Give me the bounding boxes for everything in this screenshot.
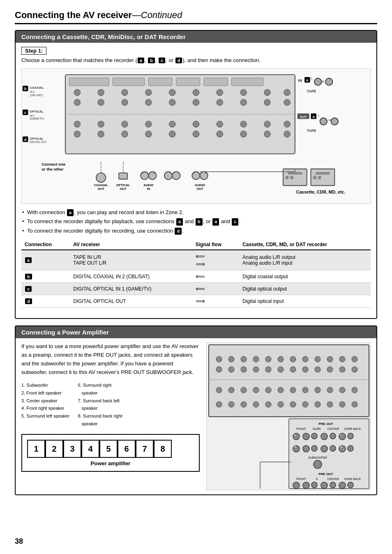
main-title: Connecting the AV receiver—Continued (15, 10, 377, 24)
svg-point-126 (339, 356, 345, 362)
flow-d: ⟹ (192, 295, 239, 307)
power-text-col: If you want to use a more powerful power… (21, 342, 200, 472)
speaker-item: 3. Center speaker (21, 397, 69, 405)
svg-point-8 (74, 89, 80, 95)
svg-point-16 (264, 89, 270, 95)
speaker-item: 4. Front right speaker (21, 404, 69, 412)
svg-point-148 (315, 387, 321, 393)
svg-point-13 (193, 89, 199, 95)
svg-point-23 (193, 99, 199, 105)
svg-rect-4 (148, 78, 172, 85)
svg-point-81 (96, 173, 106, 182)
svg-point-11 (145, 89, 152, 95)
svg-point-146 (290, 387, 296, 393)
svg-text:IN 2: IN 2 (30, 90, 35, 93)
svg-point-160 (315, 402, 321, 407)
svg-point-172 (303, 433, 309, 440)
svg-point-156 (265, 402, 271, 407)
svg-text:OUT: OUT (98, 187, 105, 191)
svg-text:b: b (24, 86, 27, 91)
svg-point-32 (169, 121, 175, 127)
svg-point-9 (98, 89, 104, 95)
svg-rect-175 (330, 433, 336, 439)
section1-header: Connecting a Cassette, CDR, MiniDisc, or… (16, 31, 376, 43)
svg-point-21 (145, 99, 152, 105)
table-row: a TAPE IN L/RTAPE OUT L/R ⟸⟹ Analog audi… (21, 250, 371, 270)
svg-rect-178 (348, 433, 353, 439)
svg-point-150 (339, 387, 345, 393)
svg-point-157 (278, 402, 284, 407)
svg-rect-182 (311, 446, 317, 451)
svg-point-142 (241, 387, 247, 393)
conn-badge-a: a (21, 250, 70, 270)
badge-d-b3: d (175, 228, 182, 235)
svg-rect-7 (232, 78, 263, 85)
svg-rect-102 (288, 172, 302, 175)
svg-text:R: R (205, 171, 207, 175)
svg-point-151 (352, 387, 357, 393)
svg-point-123 (302, 356, 308, 362)
power-section: If you want to use a more powerful power… (21, 342, 371, 490)
svg-point-17 (284, 89, 290, 95)
svg-text:R: R (294, 446, 296, 448)
svg-text:CENTER: CENTER (327, 427, 339, 430)
svg-point-20 (122, 99, 128, 105)
svg-rect-5 (176, 78, 200, 85)
svg-point-200 (339, 482, 346, 489)
flow-c: ⟸ (192, 283, 239, 295)
svg-point-127 (352, 356, 357, 362)
svg-point-117 (228, 356, 234, 362)
svg-rect-84 (119, 173, 127, 179)
svg-point-131 (253, 367, 259, 372)
speaker-item: 1. Subwoofer (21, 381, 69, 389)
svg-point-132 (265, 367, 271, 372)
amp-num-2: 2 (45, 440, 63, 458)
step-desc-pre: Choose a connection that matches the rec… (21, 57, 137, 63)
section2-header: Connecting a Power Amplifier (16, 326, 376, 338)
svg-point-75 (320, 118, 327, 125)
svg-point-141 (228, 387, 234, 393)
svg-text:IN: IN (147, 187, 150, 191)
svg-point-143 (253, 387, 259, 393)
svg-text:FRONT: FRONT (296, 427, 307, 430)
svg-point-25 (240, 99, 247, 105)
svg-point-137 (327, 367, 333, 372)
badge-c-step: c (159, 58, 165, 63)
svg-text:or the other: or the other (42, 167, 64, 171)
table-row: b DIGITAL COAXIAL IN 2 (CBL/SAT) ⟸ Digit… (21, 270, 371, 283)
svg-text:TAPE: TAPE (307, 129, 316, 133)
speaker-item: speaker (78, 420, 122, 428)
amp-num-1: 1 (27, 440, 45, 458)
svg-point-44 (217, 131, 223, 137)
svg-point-149 (327, 387, 333, 393)
section2-box: Connecting a Power Amplifier If you want… (15, 325, 377, 495)
recorder-d: Digital optical input (239, 295, 371, 307)
svg-point-196 (303, 482, 309, 489)
speaker-item: speaker (78, 389, 122, 397)
svg-text:SURR BACK: SURR BACK (344, 427, 361, 430)
svg-point-18 (74, 99, 80, 105)
recorder-b: Digital coaxial output (239, 270, 371, 283)
connection-table: Connection AV receiver Signal flow Casse… (21, 240, 371, 307)
section2-content: If you want to use a more powerful power… (16, 338, 376, 494)
speaker-item: speaker (78, 404, 122, 412)
svg-text:OUT: OUT (300, 115, 307, 119)
svg-rect-103 (286, 176, 289, 179)
svg-text:d: d (24, 137, 27, 142)
col-recorder: Cassette, CDR, MD, or DAT recorder (239, 240, 371, 250)
svg-text:L: L (294, 433, 296, 436)
svg-point-10 (122, 89, 128, 95)
svg-point-31 (145, 121, 152, 127)
svg-rect-3 (113, 78, 145, 85)
svg-text:OPTICAL: OPTICAL (116, 183, 130, 187)
step-desc-post: ), and then make the connection. (182, 57, 260, 63)
svg-text:(GAME/TV): (GAME/TV) (30, 117, 44, 120)
svg-point-147 (302, 387, 308, 393)
svg-point-134 (290, 367, 296, 372)
svg-text:c: c (24, 110, 27, 115)
continued-text: —Continued (132, 10, 182, 20)
amp-num-5: 5 (99, 440, 118, 458)
svg-rect-6 (204, 78, 228, 85)
svg-text:R: R (153, 171, 156, 175)
svg-point-163 (352, 402, 357, 407)
